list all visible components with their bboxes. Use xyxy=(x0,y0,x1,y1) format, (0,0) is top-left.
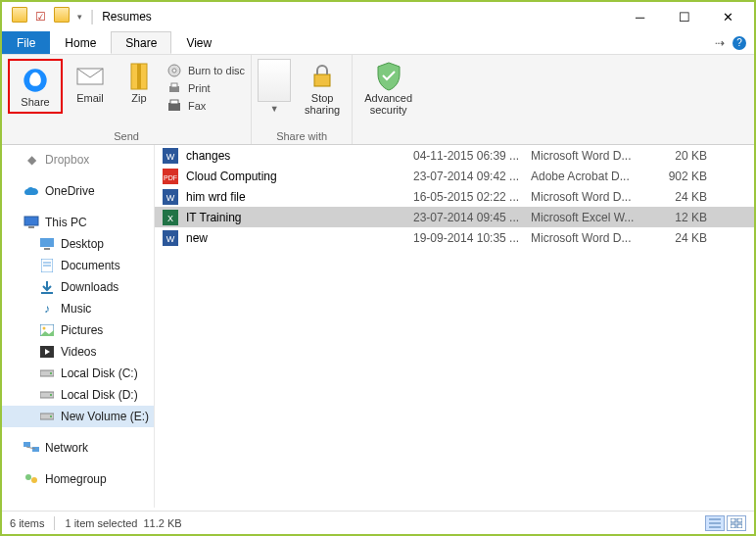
sidebar-item-thispc[interactable]: This PC xyxy=(2,212,154,233)
chevron-down-icon[interactable]: ▼ xyxy=(270,104,279,114)
share-button[interactable]: Share xyxy=(8,59,63,114)
qat-folder-icon[interactable] xyxy=(54,7,70,26)
sidebar-item-local-d[interactable]: Local Disk (D:) xyxy=(2,384,154,406)
ribbon: Share Email Zip Burn to disc xyxy=(2,55,754,145)
zip-button[interactable]: Zip xyxy=(118,59,161,106)
qat-check-icon[interactable]: ☑ xyxy=(35,10,46,24)
sidebar-item-downloads[interactable]: Downloads xyxy=(2,276,154,298)
file-type: Adobe Acrobat D... xyxy=(531,170,658,183)
share-with-group-label: Share with xyxy=(276,130,327,142)
file-row[interactable]: PDFCloud Computing23-07-2014 09:42 ...Ad… xyxy=(155,166,754,186)
svg-point-31 xyxy=(25,474,31,480)
fax-icon xyxy=(166,98,182,114)
sidebar-item-music[interactable]: ♪Music xyxy=(2,298,154,319)
view-thumbnails-button[interactable] xyxy=(727,515,746,531)
videos-icon xyxy=(39,344,55,360)
sidebar-item-documents[interactable]: Documents xyxy=(2,255,154,276)
email-icon xyxy=(74,61,106,92)
drive-icon xyxy=(39,365,55,381)
file-type-icon: PDF xyxy=(163,169,178,184)
disc-icon xyxy=(166,63,182,78)
music-icon: ♪ xyxy=(39,301,55,317)
minimize-ribbon-icon[interactable]: ⇢ xyxy=(715,36,725,50)
file-row[interactable]: Wchanges04-11-2015 06:39 ...Microsoft Wo… xyxy=(155,145,754,166)
svg-rect-47 xyxy=(737,518,742,522)
svg-rect-3 xyxy=(137,64,141,89)
file-type: Microsoft Excel W... xyxy=(531,211,658,224)
svg-text:W: W xyxy=(166,234,175,244)
file-name: changes xyxy=(186,149,413,163)
send-group-label: Send xyxy=(114,130,139,142)
file-type: Microsoft Word D... xyxy=(531,149,658,163)
svg-rect-29 xyxy=(32,447,39,452)
onedrive-icon xyxy=(24,183,39,199)
svg-rect-48 xyxy=(731,524,735,528)
file-type-icon: W xyxy=(163,230,178,246)
zip-icon xyxy=(123,61,155,92)
downloads-icon xyxy=(39,279,55,295)
qat-dropdown-icon[interactable]: ▾ xyxy=(77,12,82,22)
svg-text:PDF: PDF xyxy=(164,174,177,181)
homegroup-icon xyxy=(24,471,39,487)
sidebar-item-dropbox[interactable]: ◆Dropbox xyxy=(2,149,154,171)
tab-file[interactable]: File xyxy=(2,31,50,54)
maximize-button[interactable]: ☐ xyxy=(662,3,706,30)
file-row[interactable]: Whim wrd file16-05-2015 02:22 ...Microso… xyxy=(155,186,754,207)
sidebar-item-new-volume-e[interactable]: New Volume (E:) xyxy=(2,406,154,427)
status-item-count: 6 items xyxy=(10,517,44,529)
view-details-button[interactable] xyxy=(705,515,725,531)
file-type: Microsoft Word D... xyxy=(531,190,658,204)
file-row[interactable]: Wnew19-09-2014 10:35 ...Microsoft Word D… xyxy=(155,227,754,248)
svg-point-25 xyxy=(50,394,52,396)
print-button[interactable]: Print xyxy=(166,80,245,96)
tab-view[interactable]: View xyxy=(171,31,226,54)
print-icon xyxy=(166,80,182,96)
close-button[interactable]: ✕ xyxy=(706,3,750,30)
file-size: 20 KB xyxy=(658,149,717,163)
file-name: him wrd file xyxy=(186,190,413,204)
lock-icon xyxy=(307,61,338,92)
file-date: 16-05-2015 02:22 ... xyxy=(413,190,531,204)
share-with-gallery[interactable] xyxy=(258,59,291,102)
status-bar: 6 items 1 item selected 11.2 KB xyxy=(2,511,754,534)
stop-sharing-button[interactable]: Stop sharing xyxy=(299,59,346,118)
folder-app-icon xyxy=(12,7,27,26)
sidebar-item-desktop[interactable]: Desktop xyxy=(2,233,154,255)
titlebar: ☑ ▾ | Resumes ─ ☐ ✕ xyxy=(2,2,754,31)
tab-share[interactable]: Share xyxy=(111,31,171,54)
minimize-button[interactable]: ─ xyxy=(618,3,662,30)
fax-button[interactable]: Fax xyxy=(166,98,245,114)
share-icon xyxy=(20,65,51,96)
svg-text:W: W xyxy=(166,193,175,203)
sidebar-item-homegroup[interactable]: Homegroup xyxy=(2,468,154,490)
svg-rect-46 xyxy=(731,518,735,522)
svg-rect-11 xyxy=(24,217,38,225)
navigation-pane[interactable]: ◆Dropbox OneDrive This PC Desktop Docume… xyxy=(2,145,155,508)
sidebar-item-pictures[interactable]: Pictures xyxy=(2,319,154,341)
file-row[interactable]: XIT Training23-07-2014 09:45 ...Microsof… xyxy=(155,207,754,227)
drive-icon xyxy=(39,387,55,403)
sidebar-item-local-c[interactable]: Local Disk (C:) xyxy=(2,363,154,384)
sidebar-item-onedrive[interactable]: OneDrive xyxy=(2,180,154,202)
desktop-icon xyxy=(39,236,55,252)
help-icon[interactable]: ? xyxy=(732,36,746,50)
sidebar-item-videos[interactable]: Videos xyxy=(2,341,154,363)
burn-to-disc-button[interactable]: Burn to disc xyxy=(166,63,245,78)
email-button[interactable]: Email xyxy=(69,59,112,106)
advanced-security-button[interactable]: Advanced security xyxy=(358,59,418,118)
file-name: new xyxy=(186,231,413,245)
file-type-icon: W xyxy=(163,189,178,205)
file-size: 902 KB xyxy=(658,170,717,183)
file-name: Cloud Computing xyxy=(186,170,413,183)
pictures-icon xyxy=(39,322,55,338)
file-date: 19-09-2014 10:35 ... xyxy=(413,231,531,245)
sidebar-item-network[interactable]: Network xyxy=(2,437,154,459)
svg-rect-9 xyxy=(170,100,178,104)
file-date: 23-07-2014 09:45 ... xyxy=(413,211,531,224)
file-date: 04-11-2015 06:39 ... xyxy=(413,149,531,163)
svg-rect-49 xyxy=(737,524,742,528)
svg-text:W: W xyxy=(166,152,175,162)
file-list[interactable]: Wchanges04-11-2015 06:39 ...Microsoft Wo… xyxy=(155,145,754,508)
computer-icon xyxy=(24,215,39,230)
tab-home[interactable]: Home xyxy=(50,31,111,54)
